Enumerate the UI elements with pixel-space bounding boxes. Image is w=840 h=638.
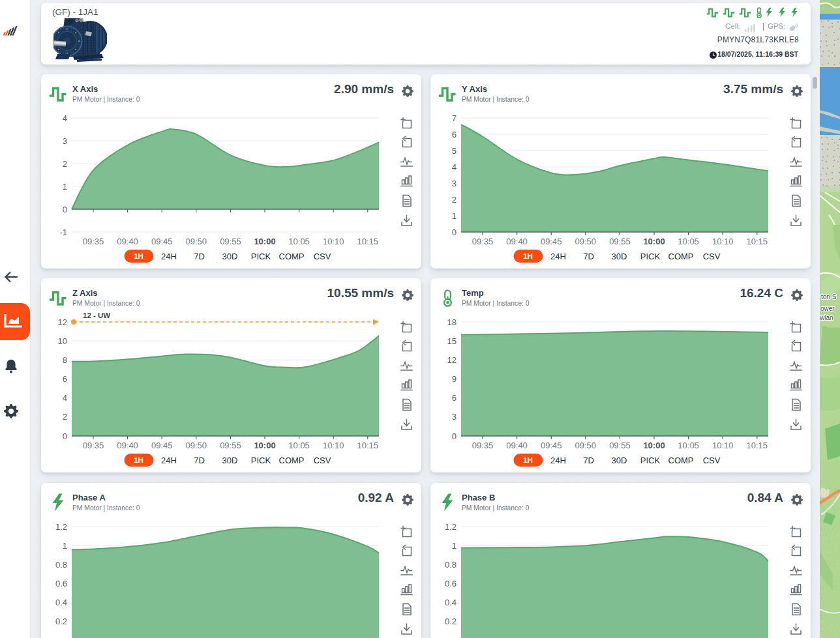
svg-text:5: 5 xyxy=(452,146,457,156)
svg-text:09:35: 09:35 xyxy=(83,237,104,246)
svg-text:6: 6 xyxy=(63,374,67,384)
svg-text:09:45: 09:45 xyxy=(541,237,562,246)
svg-text:09:50: 09:50 xyxy=(575,237,597,246)
svg-text:18: 18 xyxy=(447,317,457,327)
svg-text:1: 1 xyxy=(63,541,67,551)
svg-text:10:15: 10:15 xyxy=(747,237,768,246)
svg-text:09:55: 09:55 xyxy=(220,237,241,246)
svg-text:wlan: wlan xyxy=(820,314,833,321)
svg-text:1.2: 1.2 xyxy=(445,522,457,532)
svg-text:09:55: 09:55 xyxy=(609,237,631,246)
svg-text:1: 1 xyxy=(452,541,457,551)
svg-text:0.4: 0.4 xyxy=(55,598,67,607)
svg-text:0.2: 0.2 xyxy=(55,616,67,626)
svg-text:10:15: 10:15 xyxy=(357,441,379,450)
svg-text:09:55: 09:55 xyxy=(609,441,631,450)
svg-text:4: 4 xyxy=(452,162,457,172)
svg-text:6: 6 xyxy=(452,393,457,403)
svg-text:09:45: 09:45 xyxy=(541,441,562,450)
svg-text:12: 12 xyxy=(447,355,457,365)
svg-text:0: 0 xyxy=(452,227,457,237)
svg-text:10:10: 10:10 xyxy=(712,441,734,450)
svg-text:ower: ower xyxy=(820,305,835,312)
svg-text:2: 2 xyxy=(452,195,457,205)
svg-text:15: 15 xyxy=(447,336,457,346)
svg-text:09:45: 09:45 xyxy=(151,441,173,450)
svg-text:10: 10 xyxy=(58,336,67,346)
svg-text:0: 0 xyxy=(63,431,67,441)
svg-text:1: 1 xyxy=(452,211,457,221)
svg-text:7: 7 xyxy=(452,113,457,123)
svg-text:0.2: 0.2 xyxy=(445,616,457,626)
svg-text:0.8: 0.8 xyxy=(55,560,67,570)
svg-text:09:55: 09:55 xyxy=(220,441,241,450)
svg-text:12 - UW: 12 - UW xyxy=(83,312,110,319)
svg-text:09:45: 09:45 xyxy=(151,237,173,246)
svg-text:09:40: 09:40 xyxy=(506,237,528,246)
svg-text:2: 2 xyxy=(63,159,67,169)
svg-text:ton S: ton S xyxy=(821,293,837,300)
svg-text:10:05: 10:05 xyxy=(678,441,699,450)
svg-text:10:00: 10:00 xyxy=(643,441,665,450)
svg-text:12: 12 xyxy=(58,317,67,327)
svg-text:-1: -1 xyxy=(59,227,67,237)
svg-text:3: 3 xyxy=(63,136,67,146)
svg-text:09:50: 09:50 xyxy=(186,441,207,450)
svg-text:10:00: 10:00 xyxy=(254,237,275,246)
svg-text:0: 0 xyxy=(452,431,457,441)
svg-text:09:35: 09:35 xyxy=(472,237,494,246)
svg-text:10:00: 10:00 xyxy=(643,237,665,246)
svg-text:1: 1 xyxy=(63,182,67,192)
svg-text:09:50: 09:50 xyxy=(575,441,597,450)
svg-text:09:40: 09:40 xyxy=(117,237,138,246)
svg-text:09:50: 09:50 xyxy=(186,237,207,246)
svg-text:0.8: 0.8 xyxy=(445,560,457,570)
svg-text:10:10: 10:10 xyxy=(323,237,344,246)
svg-text:2: 2 xyxy=(63,412,67,422)
svg-text:0: 0 xyxy=(63,205,67,214)
svg-text:09:35: 09:35 xyxy=(472,441,494,450)
svg-text:0.6: 0.6 xyxy=(55,579,67,588)
svg-text:8: 8 xyxy=(63,355,67,365)
svg-text:10:05: 10:05 xyxy=(288,237,310,246)
svg-text:9: 9 xyxy=(452,374,457,384)
svg-text:3: 3 xyxy=(452,412,457,422)
svg-text:4: 4 xyxy=(63,113,67,123)
svg-text:09:40: 09:40 xyxy=(117,441,138,450)
svg-text:0.6: 0.6 xyxy=(445,579,457,588)
svg-text:10:15: 10:15 xyxy=(357,237,379,246)
svg-text:09:40: 09:40 xyxy=(506,441,528,450)
svg-text:6: 6 xyxy=(452,130,457,139)
svg-text:10:05: 10:05 xyxy=(288,441,310,450)
svg-text:0.4: 0.4 xyxy=(445,598,457,607)
svg-text:09:35: 09:35 xyxy=(83,441,104,450)
svg-text:10:15: 10:15 xyxy=(747,441,768,450)
svg-text:10:10: 10:10 xyxy=(712,237,734,246)
svg-text:1.2: 1.2 xyxy=(55,522,67,532)
svg-text:10:05: 10:05 xyxy=(678,237,699,246)
svg-text:4: 4 xyxy=(63,393,67,403)
svg-text:10:00: 10:00 xyxy=(254,441,275,450)
svg-text:10:10: 10:10 xyxy=(323,441,344,450)
svg-text:3: 3 xyxy=(452,179,457,188)
